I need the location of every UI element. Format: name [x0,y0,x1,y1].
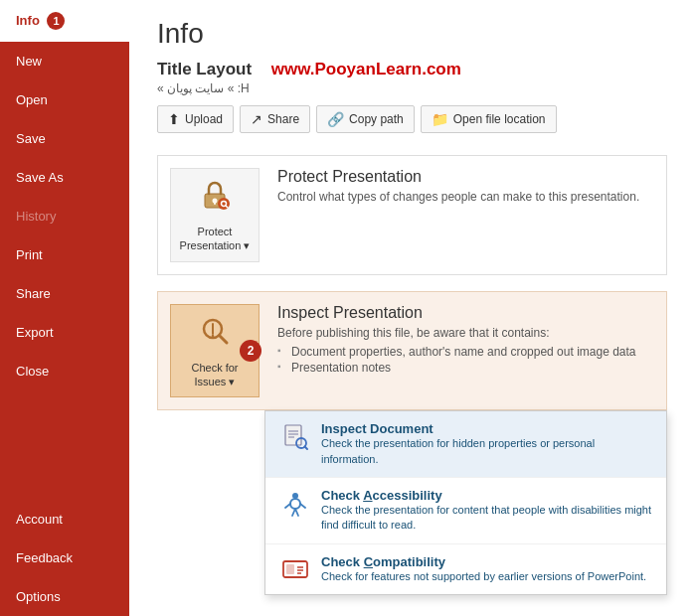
inspect-section: Check for Issues ▾ 2 Inspect Presentatio… [157,291,667,411]
sidebar-item-label: Options [16,589,61,604]
open-location-button[interactable]: 📁 Open file location [421,105,557,133]
inspect-item: Document properties, author's name and c… [277,344,636,360]
svg-line-18 [285,504,290,508]
sidebar-item-open[interactable]: Open [0,80,129,119]
check-accessibility-description: Check the presentation for content that … [321,503,652,534]
svg-rect-2 [214,201,216,205]
check-accessibility-item[interactable]: Check Accessibility Check the presentati… [265,478,666,544]
inspect-section-text: Inspect Presentation Before publishing t… [277,304,636,376]
sidebar-item-label: New [16,54,42,69]
sidebar-item-feedback[interactable]: Feedback [0,539,129,577]
inspect-items-list: Document properties, author's name and c… [277,344,636,376]
sidebar-spacer [0,390,129,500]
inspect-document-description: Check the presentation for hidden proper… [321,436,652,467]
sidebar-item-account[interactable]: Account [0,500,129,539]
check-compatibility-icon [279,556,311,584]
protect-title: Protect Presentation [277,168,639,186]
sidebar-item-label: Print [16,247,43,262]
check-accessibility-text: Check Accessibility Check the presentati… [321,488,652,534]
inspect-title: Inspect Presentation [277,304,636,322]
inspect-document-icon [279,423,311,451]
sidebar-item-export[interactable]: Export [0,313,129,352]
main-content: Info Title Layout www.PooyanLearn.com H:… [129,0,695,616]
open-location-label: Open file location [453,112,546,126]
svg-point-17 [290,499,300,509]
sidebar-item-label: Info [16,13,40,28]
sidebar-item-label: History [16,209,56,224]
sidebar-item-options[interactable]: Options [0,577,129,616]
check-accessibility-title: Check Accessibility [321,488,652,503]
inspect-item: Presentation notes [277,360,636,376]
inspect-icon [197,313,233,357]
check-accessibility-icon [279,490,311,518]
copy-path-label: Copy path [349,112,404,126]
sidebar-item-close[interactable]: Close [0,352,129,390]
inspect-document-item[interactable]: Inspect Document Check the presentation … [265,411,666,478]
svg-rect-23 [286,564,294,574]
svg-line-21 [295,509,298,516]
sidebar-item-label: Open [16,92,48,107]
inspect-button-label: Check for Issues ▾ [191,361,238,389]
sidebar-item-label: Save [16,131,46,146]
open-location-icon: 📁 [432,111,448,127]
protect-description: Control what types of changes people can… [277,190,639,204]
share-button[interactable]: ↗ Share [240,105,310,133]
sidebar-item-label: Export [16,325,54,340]
page-title: Info [157,18,667,50]
sidebar-item-label: Account [16,512,63,527]
file-info-row: Title Layout www.PooyanLearn.com [157,60,667,79]
svg-rect-10 [285,425,301,445]
protect-section: Protect Presentation ▾ Protect Presentat… [157,155,667,275]
sidebar-item-print[interactable]: Print [0,235,129,274]
sidebar-item-save-as[interactable]: Save As [0,158,129,197]
upload-icon: ⬆ [168,111,180,127]
sidebar-item-label: Feedback [16,550,73,565]
share-label: Share [267,112,299,126]
step-2-badge: 2 [240,340,261,362]
website-label: www.PooyanLearn.com [271,60,461,78]
file-name: Title Layout [157,60,252,78]
sidebar-item-new[interactable]: New [0,42,129,80]
info-badge: 1 [47,12,65,30]
sidebar-item-label: Share [16,286,51,301]
protect-button-label: Protect Presentation ▾ [180,225,251,253]
sidebar-item-history: History [0,197,129,235]
file-path: H: » سایت پویان » [157,81,667,95]
share-icon: ↗ [251,111,262,127]
protect-section-text: Protect Presentation Control what types … [277,168,639,204]
sidebar: Info 1 New Open Save Save As History Pri… [0,0,129,616]
protect-icon-box[interactable]: Protect Presentation ▾ [170,168,260,262]
inspect-description: Before publishing this file, be aware th… [277,326,636,340]
content-area: Protect Presentation ▾ Protect Presentat… [129,139,695,611]
sidebar-item-share[interactable]: Share [0,274,129,313]
page-header: Info Title Layout www.PooyanLearn.com H:… [129,0,695,139]
upload-label: Upload [185,112,223,126]
inspect-document-title: Inspect Document [321,421,652,436]
upload-button[interactable]: ⬆ Upload [157,105,234,133]
check-compatibility-title: Check Compatibility [321,554,646,569]
svg-point-9 [212,334,214,336]
sidebar-item-label: Save As [16,170,64,185]
copy-path-icon: 🔗 [327,111,344,127]
copy-path-button[interactable]: 🔗 Copy path [316,105,415,133]
sidebar-item-save[interactable]: Save [0,119,129,158]
inspect-document-text: Inspect Document Check the presentation … [321,421,652,467]
svg-line-19 [300,504,305,508]
check-compatibility-description: Check for features not supported by earl… [321,569,646,584]
sidebar-item-label: Close [16,364,49,379]
svg-line-15 [305,447,308,450]
check-compatibility-item[interactable]: Check Compatibility Check for features n… [265,544,666,594]
check-compatibility-text: Check Compatibility Check for features n… [321,554,646,584]
dropdown-menu: 3 Inspect Document Check the presentat [264,410,667,595]
svg-line-7 [220,335,228,343]
sidebar-item-info[interactable]: Info 1 [0,0,129,42]
toolbar: ⬆ Upload ↗ Share 🔗 Copy path 📁 Open file… [157,105,667,133]
lock-icon [197,177,233,221]
